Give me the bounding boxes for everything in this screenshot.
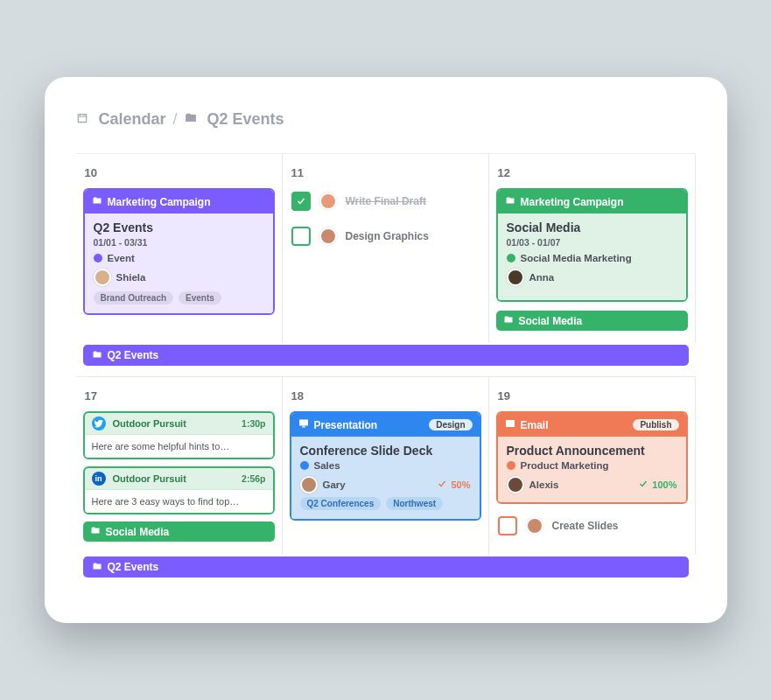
task-create-slides[interactable]: Create Slides: [496, 513, 688, 539]
task-write-final-draft[interactable]: Write Final Draft: [290, 188, 481, 214]
day-cell-17[interactable]: 17 Outdoor Pursuit 1:30p Here are some h…: [76, 377, 283, 555]
folder-icon: [92, 561, 102, 574]
card-title: Conference Slide Deck: [300, 444, 471, 458]
tag-chip[interactable]: Events: [179, 291, 221, 304]
linkedin-icon: in: [92, 472, 106, 486]
folder-icon: [90, 525, 101, 538]
tag-chip[interactable]: Brand Outreach: [94, 291, 174, 304]
folder-icon: [185, 112, 200, 128]
avatar: [319, 192, 337, 210]
presentation-icon: [298, 418, 309, 431]
stage-pill: Design: [429, 419, 472, 430]
avatar: [507, 476, 524, 494]
event-bar-social-media[interactable]: Social Media: [496, 311, 688, 331]
event-bar-social-media[interactable]: Social Media: [83, 522, 275, 542]
bar-label: Social Media: [106, 526, 170, 538]
card-user: Anna: [529, 272, 555, 283]
post-linkedin[interactable]: in Outdoor Pursuit 2:56p Here are 3 easy…: [83, 466, 275, 514]
breadcrumb: Calendar / Q2 Events: [76, 110, 696, 129]
bar-row-2: Q2 Events: [76, 555, 696, 588]
status-dot: [300, 461, 309, 470]
progress-value: 50%: [451, 480, 470, 490]
calendar-row-2: 17 Outdoor Pursuit 1:30p Here are some h…: [76, 376, 696, 588]
status-dot: [507, 461, 515, 470]
card-status: Sales: [314, 460, 340, 471]
day-cell-18[interactable]: 18 Presentation Design Conference Slide …: [283, 377, 489, 555]
day-number: 12: [498, 166, 686, 179]
stage-pill: Publish: [633, 419, 678, 430]
card-dates: 01/01 - 03/31: [94, 237, 264, 248]
svg-rect-0: [299, 420, 307, 425]
post-time: 1:30p: [242, 418, 265, 429]
card-dates: 01/03 - 01/07: [507, 237, 677, 248]
calendar-row-1: 10 Marketing Campaign Q2 Events 01/01 - …: [76, 153, 696, 376]
check-icon: [437, 479, 447, 491]
card-title: Q2 Events: [94, 220, 264, 234]
day-number: 17: [85, 389, 273, 402]
card-status: Product Marketing: [521, 460, 609, 471]
twitter-icon: [92, 416, 106, 430]
breadcrumb-root[interactable]: Calendar: [99, 110, 166, 129]
card-title: Social Media: [507, 220, 677, 234]
card-presentation[interactable]: Presentation Design Conference Slide Dec…: [290, 411, 481, 521]
task-label: Design Graphics: [346, 230, 429, 242]
card-email[interactable]: Email Publish Product Announcement Produ…: [496, 411, 688, 504]
checkbox-unchecked[interactable]: [498, 516, 517, 536]
bar-label: Q2 Events: [108, 349, 159, 361]
avatar: [526, 517, 543, 535]
card-type-label: Email: [521, 419, 549, 431]
post-twitter[interactable]: Outdoor Pursuit 1:30p Here are some help…: [83, 411, 275, 459]
calendar-icon: [76, 112, 92, 128]
card-status: Event: [108, 253, 135, 263]
folder-icon: [92, 195, 102, 208]
folder-icon: [503, 314, 514, 327]
post-body: Here are 3 easy ways to find top…: [85, 489, 273, 513]
bar-row-1: Q2 Events: [76, 343, 696, 376]
avatar: [300, 476, 318, 494]
day-cell-10[interactable]: 10 Marketing Campaign Q2 Events 01/01 - …: [76, 154, 283, 343]
progress-indicator: 50%: [437, 479, 470, 491]
event-bar-q2-events[interactable]: Q2 Events: [83, 345, 689, 366]
day-cell-12[interactable]: 12 Marketing Campaign Social Media 01/03…: [489, 154, 696, 343]
card-user: Shiela: [116, 272, 146, 283]
progress-indicator: 100%: [638, 479, 676, 491]
tag-chip[interactable]: Northwest: [386, 497, 443, 510]
event-bar-q2-events[interactable]: Q2 Events: [83, 556, 689, 578]
breadcrumb-current[interactable]: Q2 Events: [207, 110, 284, 129]
email-icon: [505, 418, 515, 431]
card-title: Product Announcement: [507, 444, 677, 458]
checkbox-checked[interactable]: [291, 192, 311, 211]
folder-icon: [92, 349, 102, 362]
day-number: 19: [498, 389, 686, 402]
bar-label: Social Media: [519, 315, 583, 327]
card-folder-label: Marketing Campaign: [108, 196, 211, 208]
card-status: Social Media Marketing: [521, 253, 632, 263]
status-dot: [94, 254, 102, 262]
avatar: [94, 269, 111, 286]
task-label: Create Slides: [552, 520, 619, 532]
bar-label: Q2 Events: [108, 561, 159, 573]
calendar-window: Calendar / Q2 Events 10 Marketing Campai…: [45, 77, 727, 623]
breadcrumb-separator: /: [173, 110, 178, 129]
card-user: Gary: [323, 480, 346, 490]
card-user: Alexis: [529, 480, 559, 490]
post-title: Outdoor Pursuit: [113, 418, 186, 429]
folder-icon: [505, 195, 515, 208]
card-folder-label: Marketing Campaign: [521, 196, 624, 208]
day-number: 18: [291, 389, 480, 402]
avatar: [319, 228, 337, 245]
day-number: 11: [291, 166, 480, 179]
checkbox-unchecked[interactable]: [291, 227, 311, 246]
check-icon: [638, 479, 648, 491]
avatar: [507, 269, 524, 286]
tag-chip[interactable]: Q2 Conferences: [300, 497, 382, 510]
card-type-label: Presentation: [314, 419, 378, 431]
post-time: 2:56p: [242, 473, 265, 484]
card-social-media[interactable]: Marketing Campaign Social Media 01/03 - …: [496, 188, 688, 302]
day-cell-11[interactable]: 11 Write Final Draft Design Graphics: [283, 154, 489, 343]
task-design-graphics[interactable]: Design Graphics: [290, 223, 481, 249]
progress-value: 100%: [652, 480, 676, 490]
task-label: Write Final Draft: [346, 195, 426, 207]
day-cell-19[interactable]: 19 Email Publish Product Announcement Pr…: [489, 377, 696, 555]
card-q2-events[interactable]: Marketing Campaign Q2 Events 01/01 - 03/…: [83, 188, 275, 315]
